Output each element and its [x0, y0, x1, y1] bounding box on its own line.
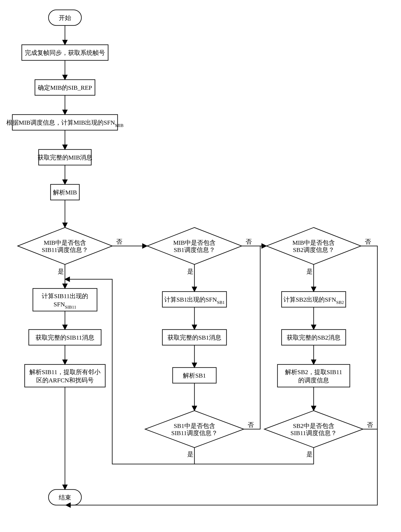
- svg-text:SB2中是否包含: SB2中是否包含: [293, 422, 334, 429]
- svg-text:解析SB1: 解析SB1: [183, 372, 206, 379]
- edge-sb2d-no: 否: [367, 421, 373, 428]
- svg-marker-49: [145, 411, 244, 448]
- svg-text:根据MIB调度信息，计算MIB出现的SFNMIB: 根据MIB调度信息，计算MIB出现的SFNMIB: [6, 119, 123, 128]
- svg-text:完成复帧同步，获取系统帧号: 完成复帧同步，获取系统帧号: [25, 49, 105, 56]
- terminal-start-label: 开始: [59, 14, 71, 21]
- svg-text:获取完整的SB2消息: 获取完整的SB2消息: [287, 334, 341, 341]
- step-determine-sib-rep: 确定MIB的SIB_REP: [35, 80, 95, 95]
- decision-mib-has-sib11: MIB中是否包含 SIB11调度信息？: [18, 228, 112, 265]
- edge-d3-no: 否: [365, 238, 371, 245]
- step-calc-sfn-sib11: 计算SIB11出现的 SFNSIB11: [33, 288, 97, 311]
- svg-rect-35: [25, 364, 105, 387]
- decision-mib-has-sb2: MIB中是否包含 SB2调度信息？: [266, 228, 361, 265]
- svg-marker-21: [147, 228, 242, 265]
- svg-marker-17: [18, 228, 112, 265]
- decision-sb2-has-sib11: SB2中是否包含 SIB11调度信息？: [264, 411, 363, 448]
- step-get-mib: 获取完整的MIB消息: [38, 150, 92, 165]
- step-parse-mib: 解析MIB: [51, 184, 79, 200]
- step-parse-sib11: 解析SIB11，提取所有邻小 区的ARFCN和扰码号: [25, 364, 105, 387]
- svg-text:获取完整的SIB11消息: 获取完整的SIB11消息: [36, 334, 94, 341]
- terminal-end-label: 结束: [59, 494, 71, 501]
- decision-sb1-has-sib11: SB1中是否包含 SIB11调度信息？: [145, 411, 244, 448]
- svg-text:MIB中是否包含: MIB中是否包含: [292, 239, 335, 246]
- svg-text:计算SB2出现的SFNSB2: 计算SB2出现的SFNSB2: [284, 296, 344, 305]
- svg-text:解析MIB: 解析MIB: [53, 189, 77, 196]
- step-get-sb2: 获取完整的SB2消息: [282, 329, 346, 345]
- svg-text:获取完整的MIB消息: 获取完整的MIB消息: [38, 154, 92, 161]
- svg-text:确定MIB的SIB_REP: 确定MIB的SIB_REP: [38, 84, 92, 91]
- svg-marker-64: [264, 411, 363, 448]
- edge-sb1d-no: 否: [248, 421, 254, 428]
- svg-text:解析SB2，提取SIB11: 解析SB2，提取SIB11: [285, 368, 342, 375]
- svg-text:计算SIB11出现的: 计算SIB11出现的: [42, 293, 88, 299]
- edge-d2-no: 否: [246, 238, 252, 245]
- svg-text:SIB11调度信息？: SIB11调度信息？: [171, 430, 218, 436]
- step-get-sb1: 获取完整的SB1消息: [162, 329, 226, 345]
- terminal-start: 开始: [49, 10, 81, 25]
- step-calc-sfn-sb2: 计算SB2出现的SFNSB2: [282, 291, 346, 307]
- svg-text:计算SB1出现的SFNSB1: 计算SB1出现的SFNSB1: [164, 296, 225, 305]
- svg-text:解析SIB11，提取所有邻小: 解析SIB11，提取所有邻小: [29, 368, 101, 375]
- svg-text:SIB11调度信息？: SIB11调度信息？: [291, 430, 337, 436]
- step-calc-sfn-mib: 根据MIB调度信息，计算MIB出现的SFNMIB: [6, 114, 123, 130]
- svg-text:SIB11调度信息？: SIB11调度信息？: [42, 246, 88, 253]
- terminal-end: 结束: [49, 489, 81, 505]
- svg-rect-60: [278, 364, 350, 387]
- svg-text:SFNSIB11: SFNSIB11: [54, 301, 76, 310]
- decision-mib-has-sb1: MIB中是否包含 SB1调度信息？: [147, 228, 242, 265]
- svg-text:的调度信息: 的调度信息: [298, 377, 329, 384]
- edge-d3-yes: 是: [306, 268, 313, 275]
- step-parse-sb2: 解析SB2，提取SIB11 的调度信息: [278, 364, 350, 387]
- svg-marker-24: [266, 228, 361, 265]
- flowchart-canvas: 开始 完成复帧同步，获取系统帧号 确定MIB的SIB_REP 根据MIB调度信息…: [0, 0, 401, 532]
- svg-text:SB2调度信息？: SB2调度信息？: [293, 246, 334, 253]
- edge-d1-yes: 是: [58, 268, 64, 275]
- svg-text:MIB中是否包含: MIB中是否包含: [44, 239, 86, 246]
- svg-text:获取完整的SB1消息: 获取完整的SB1消息: [168, 334, 221, 341]
- edge-sb2d-yes: 是: [306, 451, 313, 457]
- edge-d1-no: 否: [116, 238, 122, 245]
- step-calc-sfn-sb1: 计算SB1出现的SFNSB1: [162, 291, 226, 307]
- step-parse-sb1: 解析SB1: [173, 367, 216, 383]
- svg-text:SB1中是否包含: SB1中是否包含: [174, 422, 215, 429]
- svg-text:区的ARFCN和扰码号: 区的ARFCN和扰码号: [36, 377, 94, 384]
- svg-text:SB1调度信息？: SB1调度信息？: [174, 246, 215, 253]
- edge-sb1d-yes: 是: [187, 451, 194, 457]
- step-get-sib11: 获取完整的SIB11消息: [29, 329, 101, 345]
- svg-text:MIB中是否包含: MIB中是否包含: [173, 239, 216, 246]
- edge-d2-yes: 是: [187, 268, 194, 275]
- step-multiframe-sync: 完成复帧同步，获取系统帧号: [22, 45, 108, 60]
